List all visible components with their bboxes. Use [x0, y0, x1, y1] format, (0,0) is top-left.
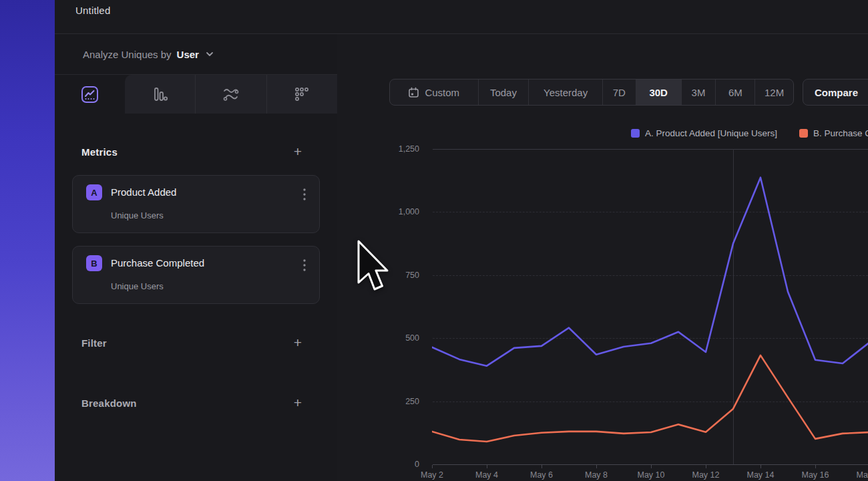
axis-tick	[487, 465, 487, 468]
range-yesterday[interactable]: Yesterday	[528, 79, 602, 105]
axis-tick	[706, 465, 706, 468]
calendar-icon	[408, 87, 419, 98]
legend-label-b: B. Purchase Completed [Unique Users]	[813, 128, 868, 138]
range-30d-selected[interactable]: 30D	[636, 79, 681, 105]
query-sidebar: Analyze Uniques by User	[55, 34, 337, 481]
range-label: Custom	[425, 87, 459, 98]
metrics-header-row: Metrics +	[81, 142, 306, 161]
range-custom[interactable]: Custom	[390, 79, 478, 105]
range-7d[interactable]: 7D	[602, 79, 636, 105]
range-label: 7D	[613, 87, 626, 98]
series-line	[432, 355, 868, 442]
analyze-label: Analyze Uniques by	[83, 49, 172, 60]
chart-type-tab-group	[125, 75, 337, 114]
range-label: 30D	[649, 87, 668, 98]
range-6m[interactable]: 6M	[715, 79, 754, 105]
tab-flows[interactable]	[195, 75, 266, 114]
metric-menu-button[interactable]	[298, 257, 311, 273]
grid-dots-icon	[293, 86, 310, 103]
date-range-control: Custom Today Yesterday 7D 30D 3M 6M 12M	[389, 79, 794, 106]
legend-item-b[interactable]: B. Purchase Completed [Unique Users]	[799, 128, 868, 138]
chart-lines[interactable]	[432, 149, 868, 465]
tab-grid[interactable]	[266, 75, 337, 114]
bar-chart-icon	[152, 86, 169, 103]
mouse-cursor	[357, 240, 389, 292]
range-today[interactable]: Today	[478, 79, 529, 105]
legend-swatch-a	[631, 129, 640, 138]
axis-tick	[541, 465, 542, 468]
flows-icon	[222, 86, 240, 103]
filter-header: Filter	[81, 337, 107, 349]
y-axis-label: 1,250	[364, 144, 419, 154]
analyze-by-dropdown[interactable]: User	[177, 49, 199, 60]
range-12m[interactable]: 12M	[754, 79, 793, 105]
legend-swatch-b	[799, 129, 808, 138]
legend-label-a: A. Product Added [Unique Users]	[645, 128, 777, 138]
background-gradient-strip	[0, 0, 55, 481]
x-axis-label: May 14	[737, 470, 784, 480]
x-axis-label: May 6	[518, 470, 565, 480]
x-axis-label: May 8	[573, 470, 620, 480]
breakdown-header: Breakdown	[81, 397, 137, 409]
axis-tick	[432, 465, 433, 468]
y-axis-label: 500	[364, 333, 419, 343]
tab-line-chart[interactable]	[55, 75, 125, 114]
top-bar: Untitled	[55, 0, 868, 34]
range-label: 3M	[692, 87, 706, 98]
axis-tick	[761, 465, 761, 468]
filter-header-row: Filter +	[81, 333, 306, 352]
range-label: 6M	[728, 87, 742, 98]
metric-card-a[interactable]: A Product Added Unique Users	[72, 175, 320, 233]
analyze-row: Analyze Uniques by User	[55, 34, 337, 75]
breakdown-header-row: Breakdown +	[81, 393, 306, 412]
add-filter-button[interactable]: +	[289, 334, 306, 351]
range-3m[interactable]: 3M	[681, 79, 716, 105]
x-axis-label: May 18	[847, 470, 868, 480]
metric-subtitle[interactable]: Unique Users	[111, 210, 164, 220]
metric-title: Product Added	[111, 186, 176, 198]
metric-badge-b: B	[86, 255, 102, 271]
x-axis-label: May 2	[409, 470, 455, 480]
x-axis-label: May 12	[682, 470, 729, 480]
metric-title: Purchase Completed	[111, 257, 204, 269]
x-axis-label: May 4	[463, 470, 510, 480]
chart-panel: Custom Today Yesterday 7D 30D 3M 6M 12M …	[337, 34, 868, 481]
line-chart-icon	[81, 86, 99, 104]
range-label: Yesterday	[544, 87, 588, 98]
axis-tick	[815, 465, 816, 468]
x-axis-label: May 16	[792, 470, 839, 480]
y-axis-label: 0	[364, 460, 419, 469]
report-title[interactable]: Untitled	[75, 5, 110, 16]
metrics-header: Metrics	[81, 146, 118, 158]
chart-type-tabs	[55, 75, 337, 114]
range-label: 12M	[765, 87, 784, 98]
metric-badge-a: A	[86, 184, 102, 200]
y-axis-label: 1,000	[364, 207, 419, 216]
y-axis-label: 250	[364, 397, 419, 406]
metric-menu-button[interactable]	[298, 186, 311, 202]
compare-button[interactable]: Compare	[803, 79, 868, 106]
app-window: Untitled Analyze Uniques by User	[0, 0, 868, 481]
series-line	[432, 178, 868, 366]
axis-tick	[596, 465, 597, 468]
range-label: Today	[490, 87, 517, 98]
chevron-down-icon[interactable]	[206, 51, 214, 57]
axis-tick	[651, 465, 652, 468]
x-axis-label: May 10	[628, 470, 674, 480]
add-breakdown-button[interactable]: +	[289, 394, 306, 412]
metric-subtitle[interactable]: Unique Users	[111, 281, 164, 291]
add-metric-button[interactable]: +	[289, 143, 306, 160]
tab-bar-chart[interactable]	[125, 75, 195, 114]
legend-item-a[interactable]: A. Product Added [Unique Users]	[631, 128, 777, 138]
metric-card-b[interactable]: B Purchase Completed Unique Users	[72, 246, 320, 304]
